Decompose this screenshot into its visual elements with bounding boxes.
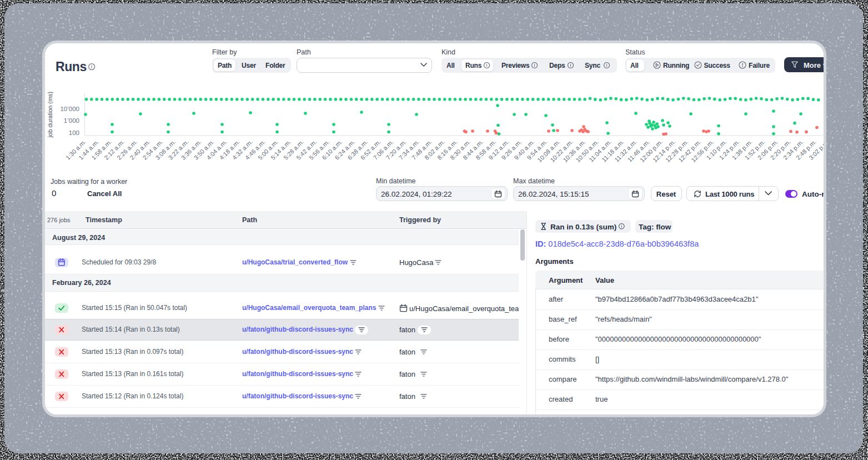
svg-text:100: 100: [69, 129, 79, 136]
svg-text:10’000: 10’000: [60, 106, 79, 112]
svg-text:1’000: 1’000: [64, 117, 79, 124]
svg-text:job duration (ms): job duration (ms): [47, 92, 53, 138]
